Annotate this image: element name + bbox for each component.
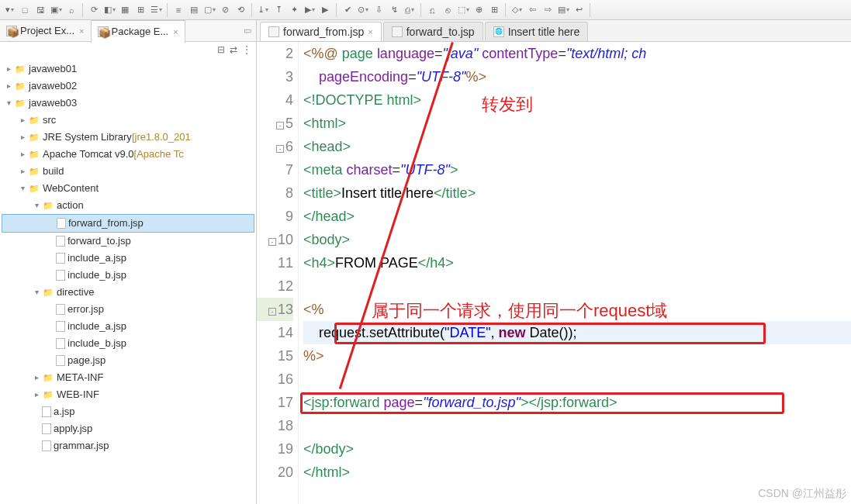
code-line[interactable]: pageEncoding="UTF-8"%> (303, 65, 851, 88)
toolbar-button[interactable]: ▢ (203, 4, 216, 16)
tree-file[interactable]: include_b.jsp (2, 335, 254, 352)
code-line[interactable] (303, 414, 851, 437)
code-line[interactable]: <!DOCTYPE html> (303, 88, 851, 112)
watermark: CSDN @江州益彤 (758, 487, 846, 501)
tree-folder[interactable]: ▸📁JRE System Library [jre1.8.0_201 (2, 129, 254, 146)
code-line[interactable]: <jsp:forward page="forward_to.jsp"></jsp… (303, 391, 851, 414)
editor-body[interactable]: 234-5-6789-101112-1314151617181920 <%@ p… (257, 42, 851, 504)
code-line[interactable]: %> (303, 344, 851, 368)
toolbar-button[interactable]: □ (19, 4, 31, 16)
tree-file[interactable]: error.jsp (2, 301, 254, 318)
project-tree[interactable]: ▸📁javaweb01▸📁javaweb02▾📁javaweb03▸📁src▸📁… (0, 57, 256, 504)
toolbar-button[interactable]: ▣ (50, 4, 62, 16)
toolbar-button[interactable]: ↩ (573, 4, 585, 16)
view-tab-project-explorer[interactable]: 📦 Project Ex... × (0, 22, 91, 40)
toolbar-button[interactable]: ≡ (172, 4, 185, 16)
tree-file[interactable]: forward_from.jsp (2, 214, 254, 233)
editor-tab[interactable]: 🌐Insert title here (485, 22, 589, 41)
toolbar-button[interactable]: ⌕ (65, 4, 78, 16)
tree-folder[interactable]: ▸📁src (2, 112, 254, 129)
tree-file[interactable]: forward_to.jsp (2, 233, 254, 250)
editor-tab-label: forward_from.jsp (283, 26, 364, 38)
tree-file[interactable]: include_a.jsp (2, 250, 254, 267)
toolbar-button[interactable]: ⤓ (257, 4, 269, 16)
editor-tab[interactable]: forward_from.jsp× (260, 22, 382, 41)
code-line[interactable]: </html> (303, 461, 851, 484)
toolbar-button[interactable]: ▶ (303, 4, 316, 16)
toolbar-button[interactable]: ☰ (150, 4, 162, 16)
toolbar-button[interactable]: ▶ (319, 4, 331, 16)
toolbar-button[interactable]: ⎋ (441, 4, 454, 16)
line-number: 8 (257, 181, 293, 205)
toolbar-button[interactable]: ⊘ (219, 4, 231, 16)
code-line[interactable]: </body> (303, 437, 851, 461)
toolbar-button[interactable]: ⬚ (457, 4, 469, 16)
view-menu-icon[interactable]: ⋮ (242, 44, 251, 55)
jar-icon: 📁 (28, 131, 40, 143)
tree-file[interactable]: a.jsp (2, 403, 254, 420)
toolbar-button[interactable]: ▦ (119, 4, 131, 16)
code-line[interactable]: <body> (303, 228, 851, 251)
toolbar-button[interactable]: ▤ (557, 4, 569, 16)
code-line[interactable] (303, 368, 851, 391)
tree-folder[interactable]: ▸📁javaweb02 (2, 78, 254, 95)
tree-folder[interactable]: ▸📁Apache Tomcat v9.0 [Apache Tc (2, 146, 254, 163)
toolbar-button[interactable]: ⊞ (134, 4, 147, 16)
toolbar-button[interactable]: 🖫 (34, 4, 47, 16)
view-tab-package-explorer[interactable]: 📦 Package E... × (91, 20, 185, 43)
tree-folder[interactable]: ▾📁action (2, 197, 254, 214)
minimize-icon[interactable]: ▭ (239, 26, 256, 36)
view-toolbar: ⊟ ⇄ ⋮ (0, 42, 256, 57)
line-number: 9 (257, 205, 293, 228)
tree-folder[interactable]: ▾📁javaweb03 (2, 95, 254, 112)
close-icon[interactable]: × (79, 26, 84, 36)
close-icon[interactable]: × (173, 27, 178, 36)
tree-folder[interactable]: ▸📁build (2, 163, 254, 180)
tree-file[interactable]: grammar.jsp (2, 437, 254, 454)
toolbar-button[interactable]: ⟳ (88, 4, 100, 16)
toolbar-button[interactable]: ⎌ (426, 4, 438, 16)
close-icon[interactable]: × (368, 27, 372, 36)
toolbar-button[interactable]: ⊙ (357, 4, 369, 16)
tree-file[interactable]: apply.jsp (2, 420, 254, 437)
toolbar-button[interactable]: ✦ (288, 4, 300, 16)
code-line[interactable]: <h4>FROM PAGE</h4> (303, 251, 851, 274)
code-line[interactable]: request.setAttribute("DATE", new Date())… (303, 321, 851, 344)
toolbar-button[interactable]: ▾ (3, 4, 16, 16)
tree-file[interactable]: include_b.jsp (2, 267, 254, 284)
code-line[interactable] (303, 274, 851, 298)
toolbar-button[interactable]: ⇩ (372, 4, 385, 16)
toolbar-button[interactable]: ⟲ (234, 4, 247, 16)
editor-tab[interactable]: forward_to.jsp (383, 22, 483, 41)
toolbar-button[interactable]: ⊕ (472, 4, 485, 16)
tree-folder[interactable]: ▸📁WEB-INF (2, 386, 254, 403)
code-line[interactable]: <% (303, 298, 851, 321)
code-line[interactable]: <%@ page language="java" contentType="te… (303, 42, 851, 65)
code-line[interactable]: <title>Insert title here</title> (303, 181, 851, 205)
toolbar-button[interactable]: ⇨ (541, 4, 554, 16)
collapse-all-icon[interactable]: ⊟ (217, 44, 225, 55)
tree-folder[interactable]: ▸📁javaweb01 (2, 60, 254, 78)
code-line[interactable]: </head> (303, 205, 851, 228)
code-area[interactable]: <%@ page language="java" contentType="te… (299, 42, 851, 504)
tree-folder[interactable]: ▾📁directive (2, 284, 254, 301)
code-line[interactable]: <head> (303, 135, 851, 158)
toolbar-button[interactable]: ⊞ (488, 4, 500, 16)
code-line[interactable]: <meta charset="UTF-8"> (303, 158, 851, 181)
tree-file[interactable]: page.jsp (2, 352, 254, 369)
toolbar-button[interactable]: ◧ (103, 4, 116, 16)
toolbar-button[interactable]: ◇ (510, 4, 523, 16)
tree-file[interactable]: include_a.jsp (2, 318, 254, 335)
globe-icon: 🌐 (493, 26, 504, 37)
toolbar-button[interactable]: ✔ (341, 4, 354, 16)
toolbar-button[interactable]: ⇦ (526, 4, 538, 16)
sidebar: 📦 Project Ex... × 📦 Package E... × ▭ ⊟ ⇄… (0, 20, 257, 504)
tree-folder[interactable]: ▾📁WebContent (2, 180, 254, 197)
tree-folder[interactable]: ▸📁META-INF (2, 369, 254, 386)
toolbar-button[interactable]: ↯ (388, 4, 400, 16)
toolbar-button[interactable]: ▤ (188, 4, 200, 16)
toolbar-button[interactable]: ⤒ (272, 4, 285, 16)
code-line[interactable]: <html> (303, 112, 851, 135)
toolbar-button[interactable]: ⎙ (403, 4, 416, 16)
link-editor-icon[interactable]: ⇄ (230, 44, 237, 55)
